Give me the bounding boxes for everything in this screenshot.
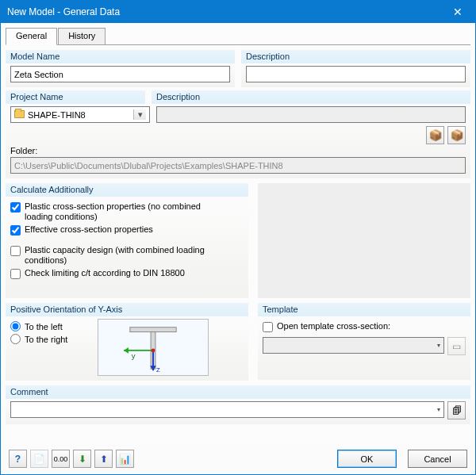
folder-icon bbox=[14, 110, 25, 120]
calc-opt3-checkbox[interactable] bbox=[10, 246, 21, 256]
chart-button[interactable]: 📊 bbox=[116, 450, 134, 468]
calc-opt2-checkbox[interactable] bbox=[10, 225, 21, 236]
units-button[interactable]: 0.00 bbox=[52, 450, 70, 468]
calc-opt4[interactable]: Check limiting c/t according to DIN 1880… bbox=[10, 268, 244, 279]
svg-text:z: z bbox=[156, 365, 160, 373]
chart-icon: 📊 bbox=[119, 454, 131, 465]
project-mgr-button[interactable]: 📦 bbox=[426, 126, 444, 144]
project-name-label: Project Name bbox=[6, 90, 145, 104]
row-axis-template: Positive Orientation of Y-Axis To the le… bbox=[6, 303, 470, 381]
tab-strip: General History bbox=[6, 28, 470, 45]
db-in-icon: ⬇ bbox=[79, 454, 86, 465]
help-button[interactable]: ? bbox=[9, 450, 27, 468]
db-in-button[interactable]: ⬇ bbox=[73, 450, 91, 468]
db-out-button[interactable]: ⬆ bbox=[94, 450, 113, 468]
svg-point-8 bbox=[152, 348, 155, 352]
calc-opt2[interactable]: Effective cross-section properties bbox=[10, 224, 244, 236]
row-project-top: Project Name Description bbox=[6, 90, 470, 104]
tab-history[interactable]: History bbox=[58, 28, 106, 45]
project-name-value: SHAPE-THIN8 bbox=[28, 110, 86, 120]
close-icon[interactable]: ✕ bbox=[440, 1, 475, 23]
tab-general[interactable]: General bbox=[6, 28, 57, 45]
folder-path-input bbox=[10, 157, 466, 174]
axis-left-radio[interactable] bbox=[10, 321, 21, 331]
axis-left[interactable]: To the left bbox=[10, 321, 90, 331]
calc-opt1-checkbox[interactable] bbox=[10, 202, 21, 213]
db-out-icon: ⬆ bbox=[100, 454, 108, 465]
project-mgr-alt-button[interactable]: 📦 bbox=[447, 126, 466, 144]
model-desc-label: Description bbox=[241, 50, 470, 63]
project-name-combo[interactable]: SHAPE-THIN8 ▾ bbox=[10, 106, 150, 123]
button-bar: ? 📄 0.00 ⬇ ⬆ 📊 OK Cancel bbox=[1, 445, 475, 474]
template-open[interactable]: Open template cross-section: bbox=[263, 321, 466, 332]
project-desc-label: Description bbox=[152, 90, 470, 104]
calc-opt3[interactable]: Plastic capacity design (with combined l… bbox=[10, 245, 244, 266]
titlebar-title: New Model - General Data bbox=[7, 6, 440, 17]
svg-text:y: y bbox=[132, 351, 136, 360]
calc-opt4-checkbox[interactable] bbox=[10, 269, 21, 279]
package-icon: 📦 bbox=[429, 129, 442, 141]
comment-icon: 🗐 bbox=[452, 405, 462, 416]
titlebar: New Model - General Data ✕ bbox=[1, 1, 475, 23]
axis-header: Positive Orientation of Y-Axis bbox=[6, 303, 248, 316]
svg-marker-3 bbox=[124, 347, 129, 354]
note-button: 📄 bbox=[30, 450, 48, 468]
package-alt-icon: 📦 bbox=[451, 129, 463, 141]
template-header: Template bbox=[258, 303, 470, 316]
project-desc-input bbox=[156, 106, 466, 123]
chevron-down-icon: ▾ bbox=[437, 342, 440, 349]
template-open-checkbox[interactable] bbox=[263, 322, 273, 332]
calc-opt1[interactable]: Plastic cross-section properties (no com… bbox=[10, 201, 244, 222]
comment-header: Comment bbox=[6, 385, 470, 399]
chevron-down-icon: ▾ bbox=[437, 406, 440, 413]
dialog-window: New Model - General Data ✕ General Histo… bbox=[0, 0, 476, 475]
row-model: Model Name Description bbox=[6, 50, 470, 87]
model-desc-input[interactable] bbox=[246, 66, 466, 82]
units-icon: 0.00 bbox=[54, 455, 68, 463]
folder-label: Folder: bbox=[10, 146, 466, 155]
dialog-content: General History Model Name Description bbox=[1, 23, 475, 445]
calc-header: Calculate Additionally bbox=[6, 183, 248, 197]
axis-right[interactable]: To the right bbox=[10, 334, 90, 344]
ok-button[interactable]: OK bbox=[337, 450, 397, 468]
svg-rect-0 bbox=[130, 328, 176, 332]
library-icon: ▭ bbox=[452, 341, 461, 352]
template-browse-button: ▭ bbox=[447, 337, 466, 355]
blank-panel bbox=[258, 183, 470, 298]
comment-input[interactable]: ▾ bbox=[10, 401, 444, 418]
help-icon: ? bbox=[15, 454, 21, 465]
chevron-down-icon: ▾ bbox=[133, 109, 146, 120]
axis-right-radio[interactable] bbox=[10, 334, 21, 344]
template-select: ▾ bbox=[263, 337, 444, 354]
model-name-label: Model Name bbox=[6, 50, 235, 63]
model-name-input[interactable] bbox=[10, 66, 230, 82]
comment-lib-button[interactable]: 🗐 bbox=[447, 401, 466, 419]
cancel-button[interactable]: Cancel bbox=[408, 450, 467, 468]
note-icon: 📄 bbox=[33, 454, 45, 465]
axis-diagram: y z bbox=[98, 319, 209, 376]
row-calc: Calculate Additionally Plastic cross-sec… bbox=[6, 183, 470, 298]
